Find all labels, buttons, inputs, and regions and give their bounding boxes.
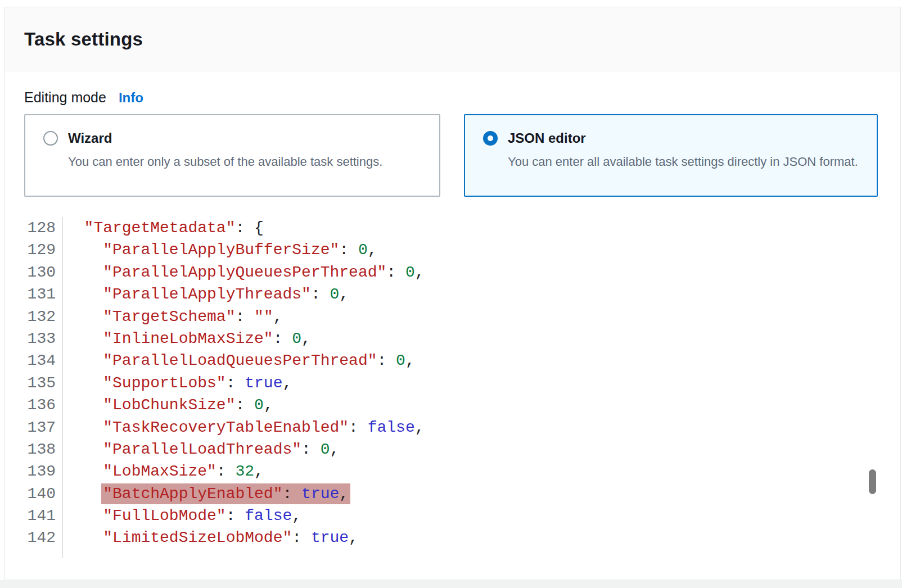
card-header: Task settings xyxy=(5,7,900,71)
code-line: 133 "InlineLobMaxSize": 0, xyxy=(24,328,881,350)
editing-mode-label: Editing mode xyxy=(24,89,106,106)
line-number: 134 xyxy=(24,350,63,372)
json-editor-radio-icon[interactable] xyxy=(483,131,498,146)
bottom-strip xyxy=(0,580,902,588)
code-line: 140 "BatchApplyEnabled": true, xyxy=(24,483,881,505)
line-number: 132 xyxy=(24,306,63,328)
code-line: 135 "SupportLobs": true, xyxy=(24,372,881,394)
tile-wizard[interactable]: Wizard You can enter only a subset of th… xyxy=(24,114,440,197)
code-line: 139 "LobMaxSize": 32, xyxy=(24,460,881,482)
line-number: 135 xyxy=(24,372,63,394)
line-number: 138 xyxy=(24,438,63,460)
tile-json-editor[interactable]: JSON editor You can enter all available … xyxy=(464,114,878,197)
line-number: 130 xyxy=(24,261,63,283)
code-line: 142 "LimitedSizeLobMode": true, xyxy=(24,527,881,549)
code-line: 137 "TaskRecoveryTableEnabled": false, xyxy=(24,417,881,438)
page-title: Task settings xyxy=(24,29,143,50)
line-number: 141 xyxy=(24,505,63,527)
tile-wizard-description: You can enter only a subset of the avail… xyxy=(68,152,428,172)
tile-json-label: JSON editor xyxy=(508,130,586,146)
info-link[interactable]: Info xyxy=(119,90,143,106)
code-lines: 128 "TargetMetadata": {129 "ParallelAppl… xyxy=(24,217,881,549)
code-line: 134 "ParallelLoadQueuesPerThread": 0, xyxy=(24,350,881,372)
tile-wizard-label: Wizard xyxy=(68,130,112,146)
gutter-tail xyxy=(24,549,63,558)
line-number: 133 xyxy=(24,328,63,350)
tile-json-description: You can enter all available task setting… xyxy=(508,152,865,172)
json-code-editor[interactable]: 128 "TargetMetadata": {129 "ParallelAppl… xyxy=(24,217,881,558)
tile-wizard-top: Wizard xyxy=(43,130,428,146)
code-line: 141 "FullLobMode": false, xyxy=(24,505,881,527)
code-line: 131 "ParallelApplyThreads": 0, xyxy=(24,283,881,305)
code-line: 130 "ParallelApplyQueuesPerThread": 0, xyxy=(24,261,881,283)
line-number: 136 xyxy=(24,394,63,416)
tile-json-top: JSON editor xyxy=(483,130,865,146)
line-number: 129 xyxy=(24,239,63,261)
line-number: 128 xyxy=(24,217,63,239)
code-line: 128 "TargetMetadata": { xyxy=(24,217,881,239)
code-line: 132 "TargetSchema": "", xyxy=(24,306,881,328)
line-number: 139 xyxy=(24,460,63,482)
highlighted-code: "BatchApplyEnabled": true, xyxy=(101,483,350,504)
code-line: 138 "ParallelLoadThreads": 0, xyxy=(24,438,881,460)
task-settings-card: Task settings Editing mode Info Wizard Y… xyxy=(4,7,901,580)
editing-mode-row: Editing mode Info xyxy=(24,89,881,106)
line-number: 131 xyxy=(24,283,63,305)
code-line: 136 "LobChunkSize": 0, xyxy=(24,394,881,416)
code-line: 129 "ParallelApplyBufferSize": 0, xyxy=(24,239,881,261)
scrollbar-thumb[interactable] xyxy=(869,469,876,494)
line-number: 137 xyxy=(24,417,63,438)
wizard-radio-icon[interactable] xyxy=(43,131,58,146)
card-body: Editing mode Info Wizard You can enter o… xyxy=(5,89,900,558)
page: Task settings Editing mode Info Wizard Y… xyxy=(0,0,902,588)
line-number: 140 xyxy=(24,483,63,505)
editing-mode-tiles: Wizard You can enter only a subset of th… xyxy=(24,114,881,197)
line-number: 142 xyxy=(24,527,63,549)
